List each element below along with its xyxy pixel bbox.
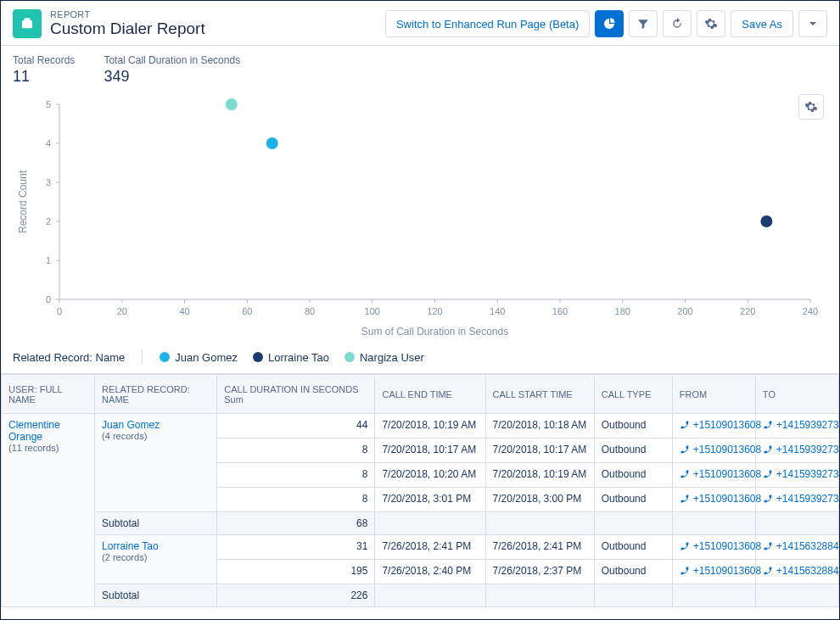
col-call-start-time[interactable]: CALL START TIME <box>485 375 594 414</box>
svg-text:0: 0 <box>46 294 51 304</box>
svg-rect-0 <box>22 20 32 28</box>
total-records-value: 11 <box>13 68 75 86</box>
svg-text:40: 40 <box>179 306 189 316</box>
record-link[interactable]: Juan Gomez <box>102 419 160 431</box>
phone-link[interactable]: +14156328841 <box>763 540 840 552</box>
page-header: REPORT Custom Dialer Report Switch to En… <box>1 1 839 45</box>
settings-button[interactable] <box>697 10 725 37</box>
phone-link[interactable]: +15109013608 <box>680 468 761 480</box>
col-call-duration[interactable]: CALL DURATION IN SECONDSSum <box>217 375 375 414</box>
cell-end-time: 7/20/2018, 3:01 PM <box>375 488 485 512</box>
svg-text:5: 5 <box>46 99 51 109</box>
svg-text:200: 200 <box>677 306 692 316</box>
more-actions-button[interactable] <box>798 10 827 37</box>
toggle-chart-button[interactable] <box>595 10 624 37</box>
svg-point-45 <box>760 215 772 227</box>
svg-text:220: 220 <box>740 306 755 316</box>
cell-duration: 44 <box>217 414 375 438</box>
legend-item[interactable]: Lorraine Tao <box>253 351 329 364</box>
table-row: Lorraine Tao(2 records)317/26/2018, 2:41… <box>2 535 839 560</box>
col-call-type[interactable]: CALL TYPE <box>594 375 672 414</box>
phone-link[interactable]: +15109013608 <box>680 540 761 552</box>
filter-button[interactable] <box>629 10 658 37</box>
cell-end-time: 7/26/2018, 2:41 PM <box>375 535 485 560</box>
svg-text:180: 180 <box>615 306 630 316</box>
cell-start-time: 7/26/2018, 2:41 PM <box>485 535 594 560</box>
total-records-label: Total Records <box>13 54 75 66</box>
svg-text:80: 80 <box>305 306 315 316</box>
cell-call-type: Outbound <box>594 463 672 488</box>
header-eyebrow: REPORT <box>50 9 205 20</box>
legend-title: Related Record: Name <box>13 351 125 364</box>
cell-end-time: 7/20/2018, 10:20 AM <box>375 463 485 488</box>
col-related-record-name[interactable]: RELATED RECORD: NAME <box>95 375 217 414</box>
svg-point-46 <box>226 98 238 110</box>
svg-point-44 <box>266 137 278 149</box>
subtotal-label: Subtotal <box>95 512 217 535</box>
cell-duration: 8 <box>217 463 375 488</box>
cell-start-time: 7/26/2018, 2:37 PM <box>485 560 594 584</box>
col-user-full-name[interactable]: USER: FULL NAME <box>2 375 95 414</box>
cell-from: +15109013608 <box>672 438 755 463</box>
cell-start-time: 7/20/2018, 10:17 AM <box>485 438 594 463</box>
cell-from: +15109013608 <box>672 560 755 584</box>
cell-duration: 8 <box>217 488 375 512</box>
summary-bar: Total Records 11 Total Call Duration in … <box>1 46 839 91</box>
phone-link[interactable]: +15109013608 <box>680 444 761 455</box>
chart-legend: Related Record: Name Juan Gomez Lorraine… <box>1 344 839 373</box>
cell-end-time: 7/26/2018, 2:40 PM <box>375 560 485 584</box>
cell-start-time: 7/20/2018, 3:00 PM <box>485 488 594 512</box>
user-link[interactable]: Clementine Orange <box>8 419 60 443</box>
chart-settings-button[interactable] <box>798 94 824 120</box>
legend-item[interactable]: Nargiza User <box>344 351 424 364</box>
cell-to: +14156328841 <box>755 560 838 584</box>
cell-call-type: Outbound <box>594 438 672 463</box>
phone-link[interactable]: +15109013608 <box>680 419 761 431</box>
subtotal-row: Subtotal226 <box>2 584 839 607</box>
cell-from: +15109013608 <box>672 414 755 438</box>
col-to[interactable]: TO <box>755 375 838 414</box>
legend-separator <box>142 349 143 365</box>
phone-link[interactable]: +15109013608 <box>680 565 761 577</box>
legend-item[interactable]: Juan Gomez <box>160 351 238 364</box>
svg-text:120: 120 <box>427 306 442 316</box>
phone-link[interactable]: +14159392736 <box>763 493 840 505</box>
cell-to: +14159392736 <box>755 463 838 488</box>
cell-from: +15109013608 <box>672 463 755 488</box>
cell-duration: 195 <box>217 560 375 584</box>
cell-duration: 31 <box>217 535 375 560</box>
svg-text:2: 2 <box>46 216 51 226</box>
col-call-end-time[interactable]: CALL END TIME <box>375 375 485 414</box>
cell-end-time: 7/20/2018, 10:19 AM <box>375 414 485 438</box>
svg-text:3: 3 <box>46 177 51 187</box>
subtotal-label: Subtotal <box>95 584 217 607</box>
record-link[interactable]: Lorraine Tao <box>102 540 159 552</box>
record-group-cell: Lorraine Tao(2 records) <box>95 535 217 584</box>
phone-link[interactable]: +14159392736 <box>763 468 840 480</box>
subtotal-row: Subtotal68 <box>2 512 839 535</box>
cell-to: +14159392736 <box>755 488 838 512</box>
svg-text:240: 240 <box>803 306 818 316</box>
phone-link[interactable]: +15109013608 <box>680 493 761 505</box>
cell-end-time: 7/20/2018, 10:17 AM <box>375 438 485 463</box>
scatter-chart: 012345020406080100120140160180200220240S… <box>13 96 827 342</box>
page-title: Custom Dialer Report <box>50 20 205 38</box>
cell-call-type: Outbound <box>594 560 672 584</box>
total-duration-value: 349 <box>104 68 240 86</box>
refresh-button[interactable] <box>663 10 692 37</box>
cell-to: +14159392736 <box>755 438 838 463</box>
col-from[interactable]: FROM <box>672 375 755 414</box>
cell-start-time: 7/20/2018, 10:18 AM <box>485 414 594 438</box>
total-duration-label: Total Call Duration in Seconds <box>104 54 240 66</box>
svg-text:100: 100 <box>365 306 380 316</box>
phone-link[interactable]: +14156328841 <box>763 565 840 577</box>
phone-link[interactable]: +14159392736 <box>763 419 840 431</box>
save-as-button[interactable]: Save As <box>731 10 793 37</box>
cell-from: +15109013608 <box>672 535 755 560</box>
table-row: Clementine Orange(11 records)Juan Gomez(… <box>2 414 839 438</box>
record-group-cell: Juan Gomez(4 records) <box>95 414 217 512</box>
svg-text:4: 4 <box>46 138 51 148</box>
phone-link[interactable]: +14159392736 <box>763 444 840 455</box>
switch-enhanced-button[interactable]: Switch to Enhanced Run Page (Beta) <box>385 10 590 37</box>
cell-call-type: Outbound <box>594 488 672 512</box>
